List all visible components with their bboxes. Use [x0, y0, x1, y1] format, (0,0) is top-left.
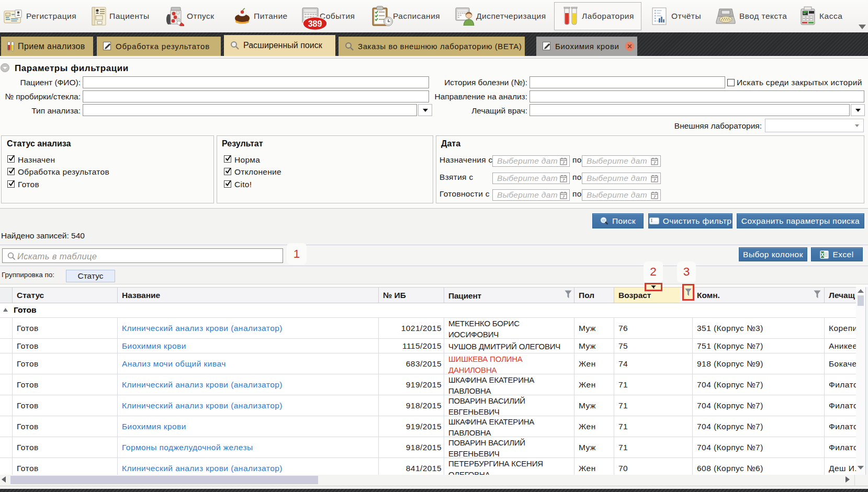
- svg-text:7: 7: [653, 161, 656, 165]
- svg-text:7: 7: [562, 194, 565, 199]
- svg-text:389: 389: [308, 19, 322, 28]
- svg-text:X: X: [821, 252, 825, 258]
- svg-text:7: 7: [562, 178, 565, 182]
- svg-text:7: 7: [562, 161, 565, 165]
- svg-text:7: 7: [653, 178, 656, 182]
- svg-text:7: 7: [653, 194, 656, 199]
